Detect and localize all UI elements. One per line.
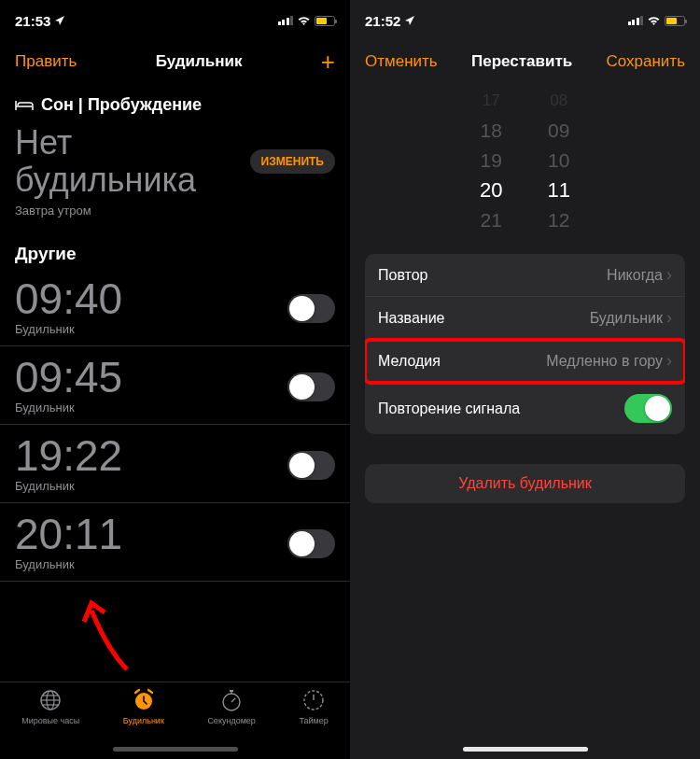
svg-line-9 <box>231 698 235 702</box>
location-icon <box>404 15 415 26</box>
setting-label: Повторение сигнала <box>378 401 520 417</box>
tab-label: Таймер <box>299 716 328 725</box>
alarm-row[interactable]: 09:45 Будильник <box>0 346 350 425</box>
page-title: Будильник <box>156 52 243 71</box>
sleep-header-label: Сон | Пробуждение <box>41 95 202 115</box>
hour-picker[interactable]: 17 18 19 20 21 22 23 <box>480 86 502 239</box>
alarm-toggle[interactable] <box>287 372 335 401</box>
save-button[interactable]: Сохранить <box>607 52 685 71</box>
chevron-right-icon: › <box>666 351 672 371</box>
battery-icon <box>665 16 685 26</box>
snooze-toggle[interactable] <box>624 394 672 423</box>
status-time: 21:53 <box>15 13 50 29</box>
chevron-right-icon: › <box>666 308 672 328</box>
delete-group: Удалить будильник <box>365 464 685 503</box>
timer-icon <box>301 688 326 712</box>
cancel-button[interactable]: Отменить <box>365 52 438 71</box>
status-time: 21:52 <box>365 13 400 29</box>
setting-label: Название <box>378 310 445 327</box>
delete-alarm-button[interactable]: Удалить будильник <box>365 464 685 503</box>
svg-rect-7 <box>230 690 233 692</box>
alarm-icon <box>132 688 156 712</box>
setting-label: Мелодия <box>378 353 441 370</box>
minute-picker[interactable]: 08 09 10 11 12 13 14 <box>548 86 570 239</box>
tab-world-clock[interactable]: Мировые часы <box>21 688 79 725</box>
setting-value: Медленно в гору <box>546 353 663 370</box>
alarm-row[interactable]: 09:40 Будильник <box>0 268 350 346</box>
alarm-time: 20:11 <box>15 513 122 555</box>
snooze-row: Повторение сигнала <box>365 383 685 434</box>
chevron-right-icon: › <box>666 265 672 285</box>
add-alarm-button[interactable]: + <box>321 48 335 77</box>
status-bar: 21:53 <box>0 0 350 41</box>
alarm-label: Будильник <box>15 479 122 493</box>
home-indicator[interactable] <box>463 747 588 752</box>
repeat-row[interactable]: Повтор Никогда› <box>365 254 685 297</box>
edit-alarm-screen: 21:52 Отменить Переставить Сохранить 17 … <box>350 0 700 759</box>
signal-icon <box>278 16 294 25</box>
status-bar: 21:52 <box>350 0 700 41</box>
page-title: Переставить <box>471 52 572 71</box>
annotation-arrow <box>80 599 136 674</box>
signal-icon <box>628 16 644 25</box>
nav-bar: Отменить Переставить Сохранить <box>350 41 700 82</box>
alarm-label: Будильник <box>15 557 122 571</box>
sound-row[interactable]: Мелодия Медленно в гору› <box>365 340 685 383</box>
tab-label: Секундомер <box>207 716 255 725</box>
tab-label: Мировые часы <box>21 716 79 725</box>
edit-button[interactable]: Править <box>15 52 77 71</box>
home-indicator[interactable] <box>113 747 238 752</box>
stopwatch-icon <box>219 688 244 712</box>
bed-icon <box>15 99 34 111</box>
globe-icon <box>38 688 63 712</box>
tab-stopwatch[interactable]: Секундомер <box>207 688 255 725</box>
time-picker[interactable]: 17 18 19 20 21 22 23 08 09 10 11 12 13 1… <box>365 86 685 239</box>
setting-value: Будильник <box>590 310 663 327</box>
alarm-time: 09:40 <box>15 277 122 320</box>
alarm-time: 09:45 <box>15 356 122 399</box>
name-row[interactable]: Название Будильник› <box>365 297 685 340</box>
alarm-label: Будильник <box>15 322 122 336</box>
no-alarm-text: Нет будильника <box>15 124 250 198</box>
alarm-toggle[interactable] <box>287 294 335 323</box>
tab-timer[interactable]: Таймер <box>299 688 328 725</box>
alarm-toggle[interactable] <box>287 451 335 480</box>
alarm-row[interactable]: 19:22 Будильник <box>0 425 350 503</box>
alarm-label: Будильник <box>15 401 122 415</box>
wifi-icon <box>297 16 311 26</box>
alarm-list-screen: 21:53 Править Будильник + Сон | Пробужде… <box>0 0 350 759</box>
nav-bar: Править Будильник + <box>0 41 350 82</box>
tab-label: Будильник <box>123 716 164 725</box>
change-button[interactable]: ИЗМЕНИТЬ <box>250 149 335 174</box>
alarm-time: 19:22 <box>15 434 122 477</box>
location-icon <box>54 15 65 26</box>
setting-value: Никогда <box>607 267 663 284</box>
wifi-icon <box>647 16 661 26</box>
other-section-header: Другие <box>0 227 350 268</box>
sleep-section-header: Сон | Пробуждение <box>0 82 350 122</box>
battery-icon <box>315 16 335 26</box>
tab-alarm[interactable]: Будильник <box>123 688 164 725</box>
tomorrow-label: Завтра утром <box>0 204 350 227</box>
sleep-alarm-row: Нет будильника ИЗМЕНИТЬ <box>0 122 350 204</box>
settings-group: Повтор Никогда› Название Будильник› Мело… <box>365 254 685 434</box>
setting-label: Повтор <box>378 267 428 284</box>
alarm-toggle[interactable] <box>287 529 335 558</box>
alarm-row[interactable]: 20:11 Будильник <box>0 503 350 582</box>
